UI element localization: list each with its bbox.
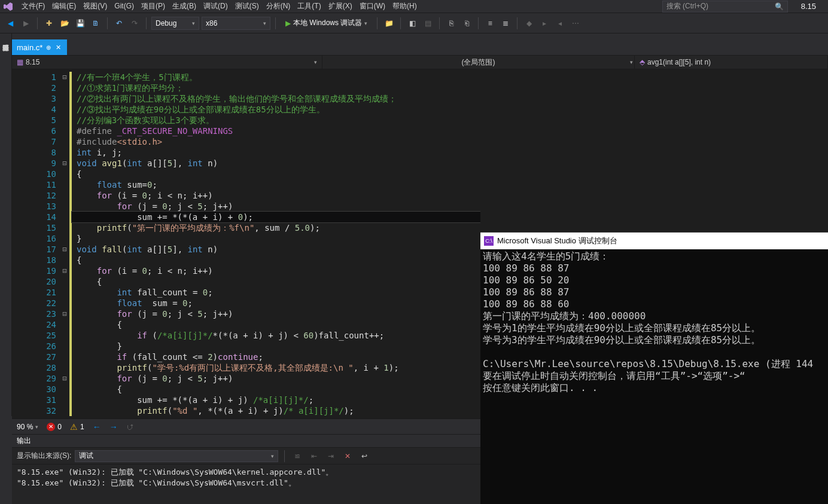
tb-icon-7[interactable]: ≣ [499,17,512,30]
output-wrap-icon[interactable]: ↩ [358,450,371,463]
redo-icon[interactable]: ↷ [128,17,141,30]
tab-main-c[interactable]: main.c* ⊕ ✕ [12,39,67,55]
debug-console-window: C:\ Microsoft Visual Studio 调试控制台 请输入这4名… [480,232,828,504]
error-icon: ✕ [47,423,55,431]
console-icon: C:\ [484,236,494,246]
function-icon: ⬘ [640,58,645,66]
tb-icon-8[interactable]: ◆ [522,17,535,30]
save-all-icon[interactable]: 🗎 [89,17,102,30]
tb-icon-1[interactable]: 📁 [382,17,395,30]
tb-icon-4[interactable]: ⎘ [445,17,458,30]
menu-item[interactable]: 调试(D) [200,1,232,11]
nav-scope[interactable]: (全局范围) ▾ [322,56,635,69]
menu-item[interactable]: 生成(B) [169,1,200,11]
config-dropdown[interactable]: Debug▾ [151,17,199,30]
vs-logo-icon [2,1,14,13]
output-source-label: 显示输出来源(S): [17,451,71,461]
menu-item[interactable]: 窗口(W) [356,1,389,11]
line-number-gutter: 1234567891011121314151617181920212223242… [12,69,60,419]
console-output[interactable]: 请输入这4名学生的5门成绩： 100 89 86 88 87 100 89 86… [480,249,828,395]
side-toolwindows: 服务器资源管理器 工具箱 [0,33,12,416]
tb-icon-2[interactable]: ◧ [406,17,419,30]
output-tb-2[interactable]: ⇤ [308,450,321,463]
tb-icon-6[interactable]: ≡ [483,17,497,30]
output-panel: 输出 显示输出来源(S): 调试 ▾ ≌ ⇤ ⇥ ✕ ↩ "8.15.exe" … [12,434,480,504]
tb-icon-10[interactable]: ◂ [553,17,567,30]
menu-item[interactable]: 工具(T) [294,1,324,11]
code-navbar: ▦ 8.15 ▾ (全局范围) ▾ ⬘ avg1(int a[][5], int… [12,55,828,69]
output-text[interactable]: "8.15.exe" (Win32): 已加载 "C:\Windows\SysW… [12,465,480,491]
menu-item[interactable]: 视图(V) [80,1,111,11]
editor-tabs: main.c* ⊕ ✕ [12,39,67,55]
output-source-dropdown[interactable]: 调试 ▾ [75,450,278,462]
code-area[interactable]: //有一个班4个学生，5门课程。//①求第1门课程的平均分；//②找出有两门以上… [72,69,480,419]
code-editor[interactable]: 1234567891011121314151617181920212223242… [12,69,480,419]
menu-item[interactable]: 编辑(E) [48,1,80,11]
nav-up-icon[interactable]: ⮍ [126,423,133,431]
editor-status-strip: 90 %▾ ✕ 0 ⚠ 1 ← → ⮍ [12,419,480,434]
search-placeholder: 搜索 (Ctrl+Q) [666,1,708,11]
search-icon: 🔍 [775,2,784,11]
console-titlebar[interactable]: C:\ Microsoft Visual Studio 调试控制台 [480,233,828,249]
output-toolbar: 显示输出来源(S): 调试 ▾ ≌ ⇤ ⇥ ✕ ↩ [12,448,480,465]
search-input[interactable]: 搜索 (Ctrl+Q) 🔍 [662,1,788,13]
undo-icon[interactable]: ↶ [112,17,126,30]
pin-icon[interactable]: ⊕ [46,44,51,51]
menu-item[interactable]: 分析(N) [263,1,294,11]
nav-fwd-button[interactable]: ▶ [19,17,32,30]
editor-right-bg [480,69,828,232]
zoom-dropdown[interactable]: 90 %▾ [17,423,38,431]
next-issue-icon[interactable]: → [109,422,118,432]
output-tb-3[interactable]: ⇥ [324,450,337,463]
platform-dropdown[interactable]: x86▾ [202,17,270,30]
error-count[interactable]: ✕ 0 [47,423,62,431]
output-header: 输出 [12,435,480,448]
toolbar: ◀ ▶ ✚ 📂 💾 🗎 ↶ ↷ Debug▾ x86▾ ▶ 本地 Windows… [0,13,828,33]
warning-icon: ⚠ [70,422,78,432]
tb-icon-5[interactable]: ⎗ [460,17,473,30]
tb-icon-3[interactable]: ▤ [421,17,434,30]
menu-item[interactable]: Git(G) [111,1,138,11]
nav-back-button[interactable]: ◀ [4,17,17,30]
solution-name: 8.15 [792,2,826,11]
new-item-icon[interactable]: ✚ [42,17,56,30]
tb-icon-9[interactable]: ▸ [538,17,551,30]
side-tab-server-explorer[interactable]: 服务器资源管理器 [0,37,11,416]
output-clear-icon[interactable]: ✕ [341,450,354,463]
close-icon[interactable]: ✕ [54,44,62,51]
menu-item[interactable]: 测试(S) [232,1,263,11]
menu-item[interactable]: 项目(P) [138,1,169,11]
menubar: 文件(F)编辑(E)视图(V)Git(G)项目(P)生成(B)调试(D)测试(S… [0,0,828,13]
save-icon[interactable]: 💾 [74,17,87,30]
menu-item[interactable]: 帮助(H) [389,1,421,11]
menu-item[interactable]: 文件(F) [18,1,48,11]
tb-icon-11[interactable]: ⋯ [569,17,582,30]
play-icon: ▶ [285,19,291,28]
run-debugger-button[interactable]: ▶ 本地 Windows 调试器 ▾ [281,16,372,30]
nav-function[interactable]: ⬘ avg1(int a[][5], int n) [635,56,828,69]
prev-issue-icon[interactable]: ← [93,422,101,432]
warning-count[interactable]: ⚠ 1 [70,422,84,432]
fold-gutter[interactable]: ⊟⊟⊟⊟⊟⊟ [60,69,69,419]
nav-project[interactable]: ▦ 8.15 ▾ [12,56,322,69]
output-tb-1[interactable]: ≌ [291,450,304,463]
menu-item[interactable]: 扩展(X) [325,1,356,11]
project-icon: ▦ [17,58,23,66]
open-icon[interactable]: 📂 [58,17,71,30]
